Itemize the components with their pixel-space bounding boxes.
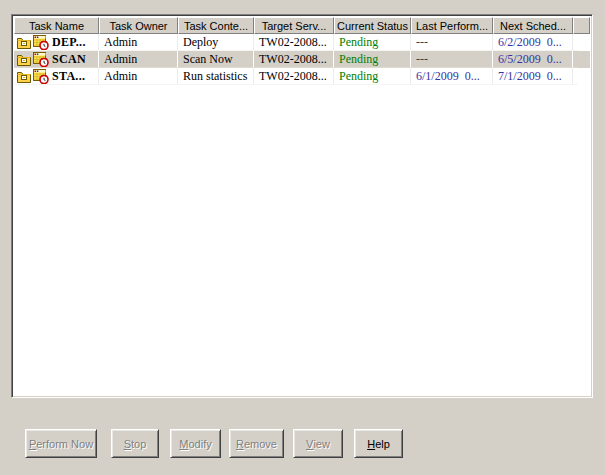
button-label: R (236, 438, 244, 450)
target-server-cell: TW02-2008... (254, 34, 334, 51)
current-status-cell: Pending (334, 34, 411, 51)
modify-button[interactable]: Modify (170, 429, 221, 458)
column-header-next-scheduled[interactable]: Next Sched... (493, 17, 573, 34)
task-folder-icon (16, 69, 32, 84)
last-performed-cell: --- (411, 51, 493, 68)
task-folder-icon (16, 35, 32, 50)
button-label: odify (188, 438, 211, 450)
row-filler (573, 34, 578, 51)
stop-button[interactable]: Stop (111, 429, 159, 458)
task-list-header: Task Name Task Owner Task Conte... Targe… (14, 17, 590, 34)
next-scheduled-cell: 6/5/2009 0... (493, 51, 573, 68)
task-name: DEP... (52, 34, 86, 50)
next-scheduled-cell: 7/1/2009 0... (493, 68, 573, 85)
next-scheduled-cell: 6/2/2009 0... (493, 34, 573, 51)
column-header-current-status[interactable]: Current Status (334, 17, 411, 34)
button-label: S (124, 438, 131, 450)
view-button[interactable]: View (293, 429, 343, 458)
task-name: SCAN (52, 51, 86, 67)
remove-button[interactable]: Remove (229, 429, 284, 458)
button-label: emove (244, 438, 277, 450)
task-row-deploy[interactable]: DEP... Admin Deploy TW02-2008... Pending… (14, 34, 590, 51)
target-server-cell: TW02-2008... (254, 68, 334, 85)
button-label: erform Now (36, 438, 93, 450)
task-scheduler-panel: Task Name Task Owner Task Conte... Targe… (0, 0, 605, 475)
button-label: P (29, 438, 36, 450)
column-header-last-performed[interactable]: Last Perform... (411, 17, 493, 34)
button-label: H (367, 438, 375, 450)
task-name-cell: STA... (14, 68, 99, 85)
button-label: iew (313, 438, 330, 450)
row-filler (573, 68, 578, 85)
column-header-task-owner[interactable]: Task Owner (99, 17, 178, 34)
perform-now-button[interactable]: Perform Now (25, 429, 97, 458)
task-folder-icon (16, 52, 32, 67)
task-row-scan[interactable]: SCAN Admin Scan Now TW02-2008... Pending… (14, 51, 590, 68)
task-name-cell: DEP... (14, 34, 99, 51)
task-owner-cell: Admin (99, 68, 178, 85)
task-owner-cell: Admin (99, 51, 178, 68)
task-name-cell: SCAN (14, 51, 99, 68)
task-content-cell: Run statistics (178, 68, 254, 85)
task-owner-cell: Admin (99, 34, 178, 51)
last-performed-cell: --- (411, 34, 493, 51)
current-status-cell: Pending (334, 68, 411, 85)
scheduled-task-icon (33, 52, 49, 67)
current-status-cell: Pending (334, 51, 411, 68)
target-server-cell: TW02-2008... (254, 51, 334, 68)
button-label: top (131, 438, 146, 450)
scheduled-task-icon (33, 35, 49, 50)
task-content-cell: Deploy (178, 34, 254, 51)
task-row-statistics[interactable]: STA... Admin Run statistics TW02-2008...… (14, 68, 590, 85)
button-label: elp (375, 438, 390, 450)
task-content-cell: Scan Now (178, 51, 254, 68)
last-performed-cell: 6/1/2009 0... (411, 68, 493, 85)
column-header-target-server[interactable]: Target Serv... (254, 17, 334, 34)
button-label: M (179, 438, 188, 450)
help-button[interactable]: Help (354, 429, 403, 458)
column-header-task-content[interactable]: Task Conte... (178, 17, 254, 34)
task-list: Task Name Task Owner Task Conte... Targe… (11, 14, 593, 398)
column-header-task-name[interactable]: Task Name (14, 17, 99, 34)
row-filler (573, 51, 578, 68)
scheduled-task-icon (33, 69, 49, 84)
task-name: STA... (52, 68, 85, 84)
column-header-filler (573, 17, 590, 34)
button-label: V (306, 438, 313, 450)
